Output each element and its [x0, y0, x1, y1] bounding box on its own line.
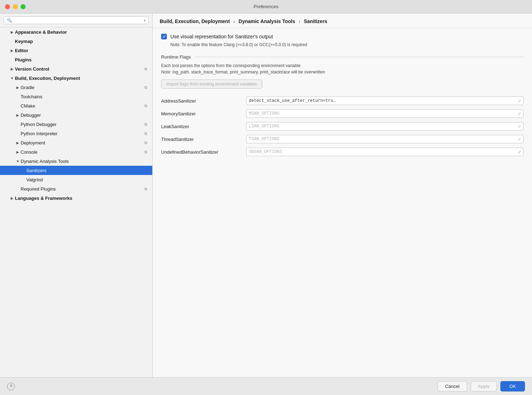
- note-text: Note: To enable this feature Clang (>=3.…: [161, 42, 523, 47]
- field-label-leak-sanitizer: LeakSanitizer: [161, 124, 243, 129]
- sidebar-item-appearance[interactable]: ▶ Appearance & Behavior: [0, 27, 152, 37]
- maximize-button[interactable]: [21, 4, 26, 9]
- chevron-icon: ▼: [9, 75, 15, 81]
- window-controls: [5, 4, 26, 9]
- apply-button[interactable]: Apply: [471, 381, 497, 391]
- address-sanitizer-input[interactable]: [249, 98, 518, 103]
- field-label-undefined-behavior-sanitizer: UndefinedBehaviorSanitizer: [161, 149, 243, 155]
- chevron-icon: ▶: [15, 140, 21, 146]
- breadcrumb-part-2: Dynamic Analysis Tools: [238, 18, 295, 24]
- chevron-icon: [9, 57, 15, 62]
- checkbox-label: Use visual representation for Sanitizer'…: [170, 34, 273, 39]
- chevron-icon: [15, 131, 21, 136]
- sidebar-item-label: Valgrind: [26, 177, 149, 182]
- memory-sanitizer-input-wrapper: ⤢: [246, 109, 523, 118]
- field-row-thread-sanitizer: ThreadSanitizer ⤢: [161, 135, 523, 143]
- sidebar-item-languages-frameworks[interactable]: ▶ Languages & Frameworks: [0, 193, 152, 203]
- undefined-behavior-sanitizer-input-wrapper: ⤢: [246, 148, 523, 156]
- expand-icon[interactable]: ⤢: [518, 150, 521, 154]
- title-bar: Preferences: [0, 0, 532, 13]
- thread-sanitizer-input[interactable]: [249, 137, 518, 142]
- sidebar-item-label: Languages & Frameworks: [15, 196, 149, 201]
- expand-icon[interactable]: ⤢: [518, 137, 521, 142]
- chevron-icon: [15, 186, 21, 192]
- sidebar-item-keymap[interactable]: Keymap: [0, 37, 152, 46]
- search-dropdown-icon[interactable]: ▾: [144, 18, 146, 22]
- field-row-memory-sanitizer: MemorySanitizer ⤢: [161, 109, 523, 118]
- address-sanitizer-input-wrapper: ⤢: [246, 97, 523, 105]
- breadcrumb-sep-1: ›: [233, 18, 235, 24]
- leak-sanitizer-input-wrapper: ⤢: [246, 122, 523, 131]
- sidebar: 🔍 ▾ ▶ Appearance & Behavior Keymap ▶ Edi…: [0, 13, 153, 377]
- copy-icon: ⧉: [143, 122, 149, 127]
- chevron-icon: ▼: [15, 158, 21, 164]
- visual-representation-checkbox[interactable]: [161, 34, 167, 39]
- sidebar-item-debugger[interactable]: ▶ Debugger: [0, 110, 152, 120]
- chevron-icon: ▶: [9, 48, 15, 53]
- chevron-icon: [21, 168, 26, 173]
- cancel-button[interactable]: Cancel: [438, 381, 467, 391]
- checkbox-row: Use visual representation for Sanitizer'…: [161, 34, 523, 39]
- sidebar-item-version-control[interactable]: ▶ Version Control ⧉: [0, 64, 152, 73]
- breadcrumb-sep-2: ›: [298, 18, 300, 24]
- sidebar-item-deployment[interactable]: ▶ Deployment ⧉: [0, 138, 152, 147]
- undefined-behavior-sanitizer-input[interactable]: [249, 149, 518, 154]
- bottom-bar: ? Cancel Apply OK: [0, 377, 532, 395]
- sidebar-item-console[interactable]: ▶ Console ⧉: [0, 147, 152, 157]
- sidebar-item-dynamic-analysis-tools[interactable]: ▼ Dynamic Analysis Tools: [0, 157, 152, 166]
- chevron-icon: [15, 121, 21, 127]
- sidebar-item-python-debugger[interactable]: Python Debugger ⧉: [0, 120, 152, 129]
- sidebar-item-label: Appearance & Behavior: [15, 29, 149, 35]
- sidebar-item-valgrind[interactable]: Valgrind: [0, 175, 152, 184]
- sidebar-item-gradle[interactable]: ▶ Gradle ⧉: [0, 83, 152, 92]
- memory-sanitizer-input[interactable]: [249, 111, 518, 116]
- expand-icon[interactable]: ⤢: [518, 124, 521, 129]
- sidebar-item-label: Version Control: [15, 66, 143, 72]
- ok-button[interactable]: OK: [500, 381, 525, 391]
- panel-content: Use visual representation for Sanitizer'…: [153, 28, 532, 377]
- expand-icon[interactable]: ⤢: [518, 99, 521, 103]
- minimize-button[interactable]: [13, 4, 18, 9]
- search-icon: 🔍: [7, 18, 12, 23]
- thread-sanitizer-input-wrapper: ⤢: [246, 135, 523, 143]
- search-input[interactable]: [13, 18, 142, 23]
- divider-line: [194, 57, 523, 57]
- copy-icon: ⧉: [143, 186, 149, 191]
- sidebar-item-label: Sanitizers: [26, 168, 149, 173]
- sidebar-item-cmake[interactable]: CMake ⧉: [0, 101, 152, 110]
- sidebar-item-plugins[interactable]: Plugins: [0, 55, 152, 64]
- section-divider: Runtime Flags: [161, 54, 523, 60]
- help-button[interactable]: ?: [7, 383, 15, 390]
- sidebar-item-editor[interactable]: ▶ Editor: [0, 46, 152, 55]
- search-wrapper[interactable]: 🔍 ▾: [4, 16, 149, 24]
- field-row-leak-sanitizer: LeakSanitizer ⤢: [161, 122, 523, 131]
- sidebar-item-toolchains[interactable]: Toolchains: [0, 92, 152, 101]
- main-content: 🔍 ▾ ▶ Appearance & Behavior Keymap ▶ Edi…: [0, 13, 532, 377]
- sidebar-item-sanitizers[interactable]: Sanitizers: [0, 166, 152, 175]
- sidebar-item-build-execution-deployment[interactable]: ▼ Build, Execution, Deployment: [0, 73, 152, 83]
- chevron-icon: [15, 103, 21, 109]
- breadcrumb: Build, Execution, Deployment › Dynamic A…: [153, 13, 532, 28]
- section-desc-1: Each tool parses the options from the co…: [161, 63, 523, 68]
- copy-icon: ⧉: [143, 66, 149, 71]
- field-row-address-sanitizer: AddressSanitizer ⤢: [161, 97, 523, 105]
- section-desc-2: Note: log_path, stack_trace_format, prin…: [161, 70, 523, 75]
- field-label-address-sanitizer: AddressSanitizer: [161, 98, 243, 104]
- chevron-icon: [9, 38, 15, 44]
- import-flags-button[interactable]: Import flags from existing environment v…: [161, 79, 262, 89]
- copy-icon: ⧉: [143, 85, 149, 90]
- sidebar-item-label: Build, Execution, Deployment: [15, 76, 149, 81]
- expand-icon[interactable]: ⤢: [518, 111, 521, 116]
- sidebar-item-label: Python Debugger: [21, 122, 143, 127]
- leak-sanitizer-input[interactable]: [249, 124, 518, 129]
- sidebar-item-label: Keymap: [15, 39, 149, 44]
- close-button[interactable]: [5, 4, 10, 9]
- copy-icon: ⧉: [143, 140, 149, 145]
- sidebar-item-python-interpreter[interactable]: Python Interpreter ⧉: [0, 129, 152, 138]
- copy-icon: ⧉: [143, 131, 149, 136]
- sidebar-item-label: Plugins: [15, 57, 149, 62]
- sidebar-item-label: Console: [21, 149, 143, 155]
- sidebar-item-required-plugins[interactable]: Required Plugins ⧉: [0, 184, 152, 193]
- sidebar-item-label: Editor: [15, 48, 149, 53]
- chevron-icon: ▶: [9, 29, 15, 35]
